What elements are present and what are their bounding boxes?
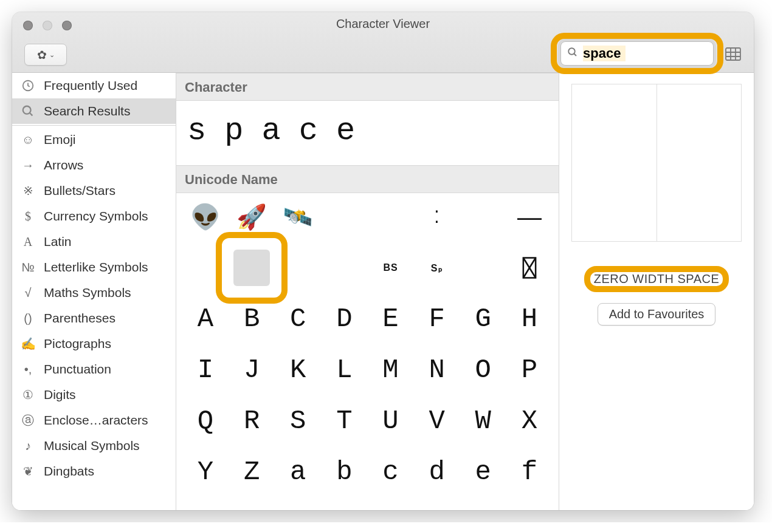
char-cell[interactable] <box>460 198 506 236</box>
char-cell[interactable]: Y <box>182 453 229 491</box>
char-cell[interactable]: F <box>414 300 460 338</box>
svg-point-0 <box>568 48 575 55</box>
sidebar-item-letterlike[interactable]: №Letterlike Symbols <box>12 254 176 280</box>
character-viewer-window: Character Viewer ✿ ⌄ ✕ <box>12 12 754 510</box>
char-cell[interactable]: W <box>460 402 506 440</box>
sidebar-item-enclosed[interactable]: ⓐEnclose…aracters <box>12 408 176 433</box>
char-cell[interactable]: A <box>182 300 229 338</box>
sidebar-item-maths[interactable]: √Maths Symbols <box>12 280 176 305</box>
char-cell[interactable]: Sₚ <box>414 249 460 287</box>
char-cell[interactable]: B <box>229 300 275 338</box>
char-cell[interactable]: b <box>321 453 367 491</box>
settings-menu-button[interactable]: ✿ ⌄ <box>24 44 67 66</box>
sidebar-separator <box>12 125 176 126</box>
add-to-favourites-button[interactable]: Add to Favourites <box>598 303 716 326</box>
sidebar-item-musical[interactable]: ♪Musical Symbols <box>12 433 176 459</box>
char-cell[interactable]: K <box>275 351 321 389</box>
char-cell[interactable]: N <box>414 351 460 389</box>
char-cell[interactable]: U <box>368 402 414 440</box>
char-cell[interactable]: e <box>336 112 355 149</box>
char-cell[interactable]: p <box>224 112 243 149</box>
sidebar-item-label: Currency Symbols <box>44 209 148 223</box>
writing-icon: ✍ <box>19 336 36 351</box>
sidebar-item-label: Pictographs <box>44 336 111 351</box>
char-cell[interactable]: E <box>368 300 414 338</box>
arrow-icon: → <box>19 159 36 172</box>
char-cell[interactable] <box>368 198 414 236</box>
results-grid-row: Y Z a b c d e f <box>176 448 559 499</box>
sidebar-item-dingbats[interactable]: ❦Dingbats <box>12 459 176 484</box>
char-cell[interactable]: BS <box>368 249 414 287</box>
sidebar-item-pictographs[interactable]: ✍Pictographs <box>12 331 176 356</box>
search-icon <box>567 47 578 61</box>
char-cell[interactable]: H <box>506 300 553 338</box>
char-cell[interactable]: e <box>460 453 506 491</box>
results-grid-row: I J K L M N O P <box>176 346 559 397</box>
sidebar-item-label: Digits <box>44 387 76 402</box>
char-cell[interactable] <box>506 249 553 287</box>
char-cell[interactable]: c <box>299 112 318 149</box>
char-cell[interactable]: O <box>460 351 506 389</box>
sidebar-item-digits[interactable]: ①Digits <box>12 382 176 408</box>
char-cell[interactable]: C <box>275 300 321 338</box>
character-preview <box>571 84 742 242</box>
char-cell[interactable] <box>275 249 321 287</box>
char-cell[interactable]: M <box>368 351 414 389</box>
sidebar-item-label: Letterlike Symbols <box>44 260 148 275</box>
toggle-layout-button[interactable] <box>722 45 744 63</box>
char-cell[interactable] <box>321 198 367 236</box>
char-cell[interactable]: T <box>321 402 367 440</box>
titlebar: Character Viewer ✿ ⌄ ✕ <box>12 12 754 73</box>
char-cell[interactable]: a <box>275 453 321 491</box>
sidebar-item-bullets[interactable]: ※Bullets/Stars <box>12 178 176 203</box>
circled-a-icon: ⓐ <box>19 412 36 429</box>
gear-icon: ✿ <box>37 48 47 62</box>
char-cell[interactable]: V <box>414 402 460 440</box>
sidebar-item-label: Musical Symbols <box>44 438 140 453</box>
sidebar-item-label: Punctuation <box>44 362 111 377</box>
punctuation-icon: •, <box>19 363 36 377</box>
char-cell[interactable]: c <box>368 453 414 491</box>
char-cell[interactable]: G <box>460 300 506 338</box>
char-cell[interactable]: J <box>229 351 275 389</box>
search-field[interactable]: ✕ <box>560 41 714 66</box>
char-cell[interactable]: X <box>506 402 553 440</box>
char-cell[interactable]: ⁚ <box>414 198 460 236</box>
sidebar-item-arrows[interactable]: →Arrows <box>12 152 176 178</box>
char-cell[interactable]: a <box>261 112 280 149</box>
sidebar-item-latin[interactable]: ALatin <box>12 229 176 254</box>
char-cell[interactable]: P <box>506 351 553 389</box>
char-cell[interactable]: — <box>506 198 553 236</box>
char-cell[interactable]: Z <box>229 453 275 491</box>
sidebar-item-frequently-used[interactable]: Frequently Used <box>12 73 176 98</box>
char-cell[interactable]: d <box>414 453 460 491</box>
sidebar-item-label: Search Results <box>44 104 130 118</box>
char-cell[interactable]: 🛰️ <box>275 198 321 236</box>
char-cell[interactable]: S <box>275 402 321 440</box>
char-cell[interactable]: s <box>187 112 206 149</box>
char-cell[interactable]: L <box>321 351 367 389</box>
character-name: ZERO WIDTH SPACE <box>594 272 720 286</box>
sidebar-item-search-results[interactable]: Search Results <box>12 98 176 124</box>
char-cell[interactable]: D <box>321 300 367 338</box>
sidebar-item-label: Enclose…aracters <box>44 413 148 428</box>
char-cell[interactable]: f <box>506 453 553 491</box>
sidebar-item-emoji[interactable]: ☺Emoji <box>12 127 176 152</box>
detail-panel: ZERO WIDTH SPACE Add to Favourites <box>559 73 754 510</box>
char-cell[interactable]: R <box>229 402 275 440</box>
sidebar-item-parentheses[interactable]: ()Parentheses <box>12 305 176 331</box>
char-cell-selected[interactable] <box>229 249 275 287</box>
sidebar-item-currency[interactable]: $Currency Symbols <box>12 203 176 229</box>
sqrt-icon: √ <box>19 286 36 300</box>
sidebar-item-punctuation[interactable]: •,Punctuation <box>12 356 176 382</box>
char-cell[interactable]: Q <box>182 402 229 440</box>
char-cell[interactable]: 🚀 <box>229 198 275 236</box>
char-cell[interactable]: 👽 <box>182 198 229 236</box>
char-cell[interactable]: I <box>182 351 229 389</box>
section-heading-unicode-name: Unicode Name <box>176 165 559 193</box>
char-cell[interactable] <box>321 249 367 287</box>
char-cell[interactable] <box>460 249 506 287</box>
note-icon: ♪ <box>19 439 36 453</box>
main-panel: Character s p a c e Unicode Name 👽 🚀 🛰️ … <box>176 73 559 510</box>
sidebar-item-label: Parentheses <box>44 311 115 326</box>
